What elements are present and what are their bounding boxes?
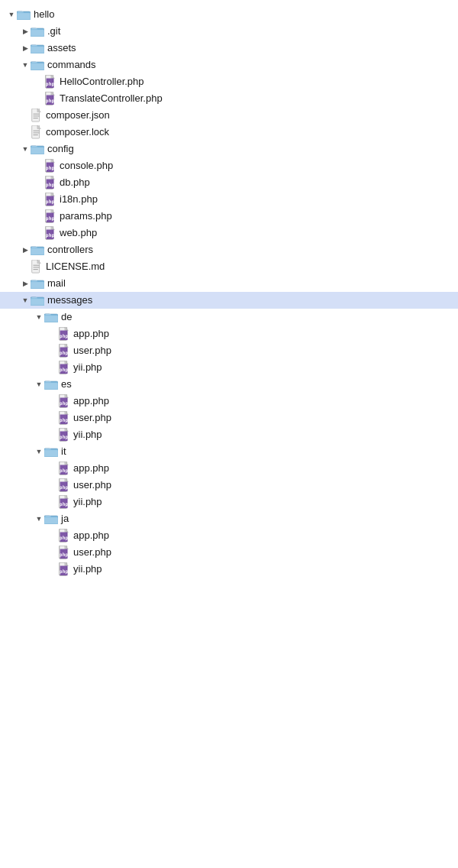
php-file-icon: php: [58, 327, 70, 341]
collapse-triangle[interactable]: [20, 144, 31, 154]
php-file-icon: php: [58, 546, 70, 559]
collapse-triangle[interactable]: [34, 312, 44, 322]
php-file-icon: php: [58, 462, 70, 475]
item-label: composer.lock: [46, 124, 109, 141]
folder-icon: [44, 379, 58, 390]
item-label: user.php: [73, 342, 111, 359]
php-file-icon: php: [58, 529, 70, 542]
expand-triangle[interactable]: [20, 43, 31, 53]
svg-text:php: php: [60, 400, 69, 406]
item-label: LICENSE.md: [46, 258, 105, 275]
tree-item-ja[interactable]: ja: [0, 510, 458, 527]
svg-text:php: php: [60, 501, 69, 507]
item-label: config: [47, 141, 74, 157]
tree-item-composer-lock[interactable]: composer.lock: [0, 124, 458, 141]
tree-item-ja-yii-php[interactable]: php yii.php: [0, 561, 458, 578]
text-file-icon: [31, 108, 43, 122]
tree-item-hello[interactable]: hello: [0, 6, 458, 23]
item-label: app.php: [73, 326, 109, 342]
folder-icon: [17, 9, 31, 20]
tree-item-es-user-php[interactable]: php user.php: [0, 410, 458, 426]
item-label: app.php: [73, 393, 109, 410]
expand-triangle[interactable]: [20, 245, 31, 255]
php-file-icon: php: [58, 361, 70, 374]
tree-item-controllers[interactable]: controllers: [0, 241, 458, 258]
item-label: web.php: [60, 225, 97, 241]
tree-item-de[interactable]: de: [0, 309, 458, 326]
tree-item-ja-app-php[interactable]: php app.php: [0, 527, 458, 544]
tree-item-de-user-php[interactable]: php user.php: [0, 342, 458, 359]
tree-item-de-yii-php[interactable]: php yii.php: [0, 359, 458, 376]
php-file-icon: php: [58, 428, 70, 442]
expand-triangle[interactable]: [20, 278, 31, 289]
svg-text:php: php: [60, 552, 69, 558]
item-label: app.php: [73, 460, 109, 477]
svg-text:php: php: [46, 81, 55, 87]
collapse-triangle[interactable]: [20, 60, 31, 70]
tree-item-hello-controller[interactable]: php HelloController.php: [0, 73, 458, 90]
item-label: db.php: [60, 174, 90, 191]
svg-text:php: php: [60, 434, 69, 440]
tree-item-de-app-php[interactable]: php app.php: [0, 326, 458, 342]
svg-text:php: php: [46, 215, 55, 222]
svg-rect-66: [44, 316, 58, 322]
item-label: HelloController.php: [60, 73, 144, 90]
php-file-icon: php: [58, 411, 70, 425]
text-file-icon: [31, 125, 43, 139]
tree-item-messages[interactable]: messages: [0, 292, 458, 309]
php-file-icon: php: [58, 344, 70, 358]
svg-text:php: php: [46, 165, 55, 171]
folder-icon: [44, 513, 58, 524]
tree-item-it-yii-php[interactable]: php yii.php: [0, 494, 458, 510]
tree-item-i18n-php[interactable]: php i18n.php: [0, 191, 458, 208]
tree-item-git[interactable]: .git: [0, 23, 458, 40]
tree-item-composer-json[interactable]: composer.json: [0, 107, 458, 124]
tree-item-console-php[interactable]: php console.php: [0, 157, 458, 174]
tree-item-license-md[interactable]: LICENSE.md: [0, 258, 458, 275]
tree-item-it-app-php[interactable]: php app.php: [0, 460, 458, 477]
folder-icon: [31, 245, 44, 255]
tree-item-assets[interactable]: assets: [0, 40, 458, 57]
php-file-icon: php: [44, 75, 56, 89]
svg-text:php: php: [60, 568, 69, 575]
tree-item-ja-user-php[interactable]: php user.php: [0, 544, 458, 561]
collapse-triangle[interactable]: [34, 379, 44, 390]
tree-item-es-app-php[interactable]: php app.php: [0, 393, 458, 410]
php-file-icon: php: [44, 193, 56, 206]
svg-text:php: php: [60, 535, 69, 541]
item-label: messages: [47, 292, 92, 309]
svg-rect-81: [44, 383, 58, 390]
tree-item-web-php[interactable]: php web.php: [0, 225, 458, 241]
item-label: user.php: [73, 410, 111, 426]
collapse-triangle[interactable]: [6, 9, 17, 20]
tree-item-it-user-php[interactable]: php user.php: [0, 477, 458, 494]
tree-item-commands[interactable]: commands: [0, 57, 458, 73]
php-file-icon: php: [44, 159, 56, 173]
item-label: yii.php: [73, 426, 102, 443]
svg-text:php: php: [46, 199, 55, 205]
svg-text:php: php: [60, 333, 69, 339]
tree-item-it[interactable]: it: [0, 443, 458, 460]
php-file-icon: php: [58, 478, 70, 492]
collapse-triangle[interactable]: [34, 446, 44, 457]
svg-rect-2: [17, 13, 31, 20]
svg-rect-96: [44, 450, 58, 457]
tree-item-translate-controller[interactable]: php TranslateController.php: [0, 90, 458, 107]
tree-item-config[interactable]: config: [0, 141, 458, 157]
tree-item-mail[interactable]: mail: [0, 275, 458, 292]
tree-item-es[interactable]: es: [0, 376, 458, 393]
svg-rect-5: [31, 30, 44, 37]
svg-rect-11: [31, 63, 44, 70]
collapse-triangle[interactable]: [34, 513, 44, 524]
tree-item-db-php[interactable]: php db.php: [0, 174, 458, 191]
svg-text:php: php: [60, 468, 69, 474]
svg-text:php: php: [46, 232, 55, 238]
svg-text:php: php: [46, 182, 55, 188]
tree-item-es-yii-php[interactable]: php yii.php: [0, 426, 458, 443]
collapse-triangle[interactable]: [20, 295, 31, 306]
item-label: yii.php: [73, 359, 102, 376]
item-label: ja: [61, 510, 69, 527]
expand-triangle[interactable]: [20, 26, 31, 37]
item-label: mail: [47, 275, 66, 292]
tree-item-params-php[interactable]: php params.php: [0, 208, 458, 225]
